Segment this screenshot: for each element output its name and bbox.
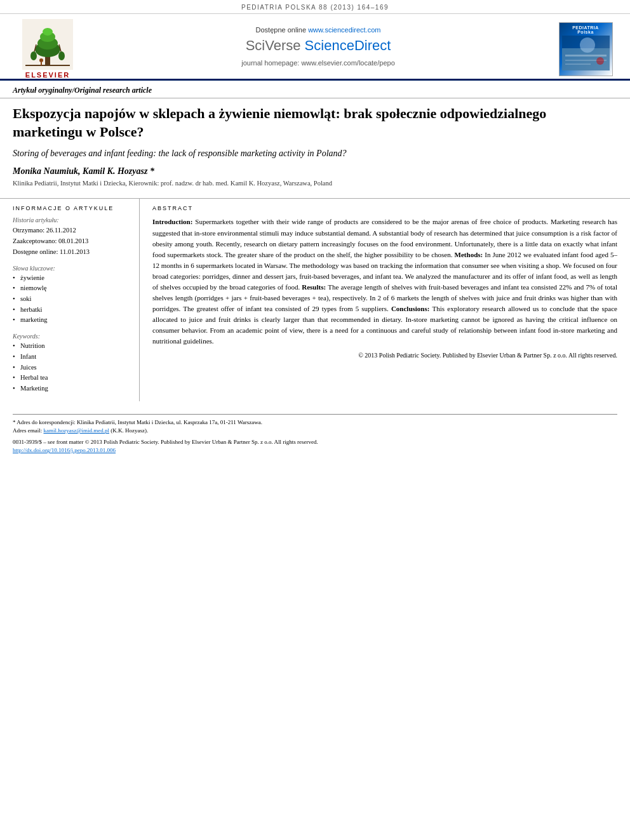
list-item: soki (13, 295, 133, 304)
elsevier-logo-area: ELSEVIER (13, 19, 83, 79)
list-item: Juices (13, 363, 133, 373)
pp-cover-art (562, 36, 610, 70)
article-type: Artykuł oryginalny/Original research art… (0, 81, 630, 98)
affiliation: Klinika Pediatrii, Instytut Matki i Dzie… (13, 179, 617, 189)
elsevier-logo: ELSEVIER (22, 19, 73, 79)
two-col-section: INFORMACJE O ARTYKULE Historia artykułu:… (0, 198, 630, 407)
sd-url-link[interactable]: www.sciencedirect.com (308, 26, 380, 34)
results-label: Results: (302, 283, 328, 291)
sciverse-title: SciVerse ScienceDirect (246, 37, 391, 54)
dostepne-label: Dostępne online www.sciencedirect.com (256, 26, 381, 34)
pp-logo-text: PEDIATRIAPolska (572, 25, 599, 34)
svg-point-11 (39, 58, 43, 62)
homepage-url: www.elsevier.com/locate/pepo (301, 59, 394, 67)
svg-point-7 (30, 51, 37, 60)
abstract-label: ABSTRACT (152, 205, 617, 211)
journal-title: PEDIATRIA POLSKA 88 (2013) 164–169 (241, 4, 389, 11)
svg-rect-16 (565, 55, 607, 57)
list-item: żywienie (13, 274, 133, 283)
col-abstract: ABSTRACT Introduction: Supermarkets toge… (152, 199, 617, 401)
accepted-item: Zaakceptowano: 08.01.2013 (13, 236, 133, 246)
list-item: herbatki (13, 305, 133, 315)
abstract-body: Introduction: Supermarkets together with… (152, 217, 617, 347)
list-item: Marketing (13, 384, 133, 394)
journal-header: PEDIATRIA POLSKA 88 (2013) 164–169 (0, 0, 630, 14)
pl-keywords-group: Słowa kluczowe: żywienie niemowlę soki h… (13, 265, 133, 325)
en-keywords-list: Nutrition Infant Juices Herbal tea Marke… (13, 342, 133, 393)
svg-point-15 (580, 37, 595, 53)
pl-keywords-label: Słowa kluczowe: (13, 265, 133, 272)
authors: Monika Naumiuk, Kamil K. Hozyasz * (13, 166, 617, 177)
list-item: Herbal tea (13, 373, 133, 383)
svg-point-19 (596, 57, 604, 65)
list-item: Infant (13, 352, 133, 362)
list-item: marketing (13, 316, 133, 325)
pl-keywords-list: żywienie niemowlę soki herbatki marketin… (13, 274, 133, 325)
elsevier-text: ELSEVIER (25, 71, 70, 79)
list-item: Nutrition (13, 342, 133, 351)
footer-issn: 0031-3939/$ – see front matter © 2013 Po… (13, 438, 617, 455)
title-english: Storing of beverages and infant feeding:… (13, 147, 617, 160)
list-item: niemowlę (13, 284, 133, 293)
header-area: ELSEVIER Dostępne online www.sciencedire… (0, 14, 630, 81)
history-label: Historia artykułu: (13, 217, 133, 223)
svg-rect-18 (565, 63, 591, 65)
conclusions-label: Conclusions: (391, 305, 432, 312)
online-item: Dostępne online: 11.01.2013 (13, 247, 133, 257)
header-center: Dostępne online www.sciencedirect.com Sc… (83, 19, 554, 79)
pp-logo-area: PEDIATRIAPolska (554, 19, 617, 79)
col-info: INFORMACJE O ARTYKULE Historia artykułu:… (13, 199, 140, 401)
footer-note: * Adres do korespondencji: Klinika Pedia… (13, 418, 617, 436)
page-wrapper: PEDIATRIA POLSKA 88 (2013) 164–169 (0, 0, 630, 840)
copyright-line: © 2013 Polish Pediatric Society. Publish… (152, 352, 617, 359)
methods-label: Methods: (455, 251, 485, 258)
info-section-label: INFORMACJE O ARTYKULE (13, 205, 133, 211)
pp-logo-box: PEDIATRIAPolska (559, 22, 613, 76)
title-polish: Ekspozycja napojów w sklepach a żywienie… (13, 105, 617, 141)
doi-link[interactable]: http://dx.doi.org/10.1016/j.pepo.2013.01… (13, 447, 116, 453)
svg-point-9 (58, 51, 65, 60)
elsevier-tree-icon (22, 19, 73, 70)
email-link[interactable]: kamil.hozyasz@imid.med.pl (44, 427, 110, 434)
svg-point-5 (43, 28, 53, 36)
journal-homepage: journal homepage: www.elsevier.com/locat… (241, 59, 395, 67)
intro-label: Introduction: (152, 218, 195, 225)
main-title-section: Ekspozycja napojów w sklepach a żywienie… (0, 98, 630, 198)
article-history: Historia artykułu: Otrzymano: 26.11.2012… (13, 217, 133, 257)
footer-area: * Adres do korespondencji: Klinika Pedia… (13, 414, 617, 455)
en-keywords-group: Keywords: Nutrition Infant Juices Herbal… (13, 333, 133, 393)
en-keywords-label: Keywords: (13, 333, 133, 340)
received-item: Otrzymano: 26.11.2012 (13, 225, 133, 236)
